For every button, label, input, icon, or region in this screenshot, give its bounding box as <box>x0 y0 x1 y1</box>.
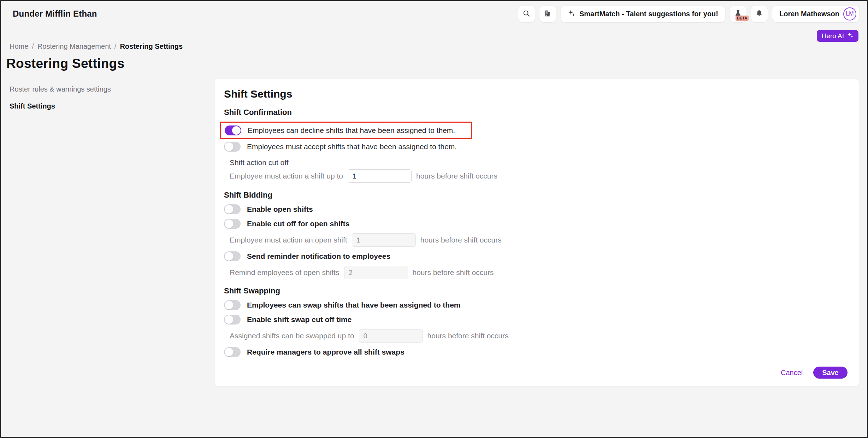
avatar: LM <box>843 7 856 21</box>
swap-cutoff-hours-input <box>359 329 423 343</box>
require-manager-approval-label: Require managers to approve all shift sw… <box>247 348 405 356</box>
reminder-hours-input <box>344 266 408 279</box>
swap-cutoff-toggle-row: Enable shift swap cut off time <box>224 315 849 325</box>
save-button[interactable]: Save <box>813 367 848 379</box>
enable-open-shifts-label: Enable open shifts <box>247 205 313 214</box>
sparkles-icon <box>568 9 575 19</box>
section-shift-swapping: Shift Swapping <box>224 286 849 296</box>
open-shift-cutoff-input <box>352 233 416 247</box>
company-title: Dunder Mifflin Ethan <box>13 9 97 19</box>
swap-cutoff-suffix-label: hours before shift occurs <box>427 332 509 340</box>
open-shift-cutoff-suffix-label: hours before shift occurs <box>420 236 502 244</box>
panel-title: Shift Settings <box>224 88 849 100</box>
section-shift-confirmation: Shift Confirmation <box>224 108 849 117</box>
beta-badge: BETA <box>736 16 749 21</box>
employees-can-swap-label: Employees can swap shifts that have been… <box>247 301 461 309</box>
section-shift-bidding: Shift Bidding <box>224 191 849 200</box>
require-manager-approval-toggle[interactable] <box>224 347 241 357</box>
shift-action-cutoff-heading: Shift action cut off <box>230 158 849 167</box>
panel-footer: Cancel Save <box>224 362 849 381</box>
shift-action-cutoff-input[interactable] <box>348 169 412 183</box>
content-area: Roster rules & warnings settings Shift S… <box>1 79 867 386</box>
sidebar-item-roster-rules[interactable]: Roster rules & warnings settings <box>10 85 201 93</box>
accept-shifts-label: Employees must accept shifts that have b… <box>247 142 457 151</box>
breadcrumb-current: Rostering Settings <box>120 42 183 51</box>
accept-shifts-toggle[interactable] <box>224 142 241 152</box>
swap-cutoff-toggle[interactable] <box>224 315 241 325</box>
hero-ai-sparkles-icon <box>847 32 854 40</box>
enable-open-shift-cutoff-toggle[interactable] <box>224 219 241 229</box>
search-icon <box>522 10 530 18</box>
breadcrumb-separator: / <box>114 42 117 51</box>
page-title: Rostering Settings <box>6 56 867 71</box>
decline-shifts-label: Employees can decline shifts that have b… <box>248 126 455 135</box>
smartmatch-button[interactable]: SmartMatch - Talent suggestions for you! <box>561 6 725 22</box>
breadcrumb-separator: / <box>32 42 34 51</box>
accept-toggle-row: Employees must accept shifts that have b… <box>224 142 849 152</box>
open-shift-cutoff-prefix-label: Employee must action an open shift <box>230 236 347 244</box>
reminder-toggle-row: Send reminder notification to employees <box>224 251 849 261</box>
shift-action-cutoff-row: Employee must action a shift up to hours… <box>230 169 849 183</box>
breadcrumb-rostering-management[interactable]: Rostering Management <box>37 42 111 51</box>
reminder-suffix-label: hours before shift occurs <box>413 268 494 277</box>
send-reminder-toggle[interactable] <box>224 251 241 261</box>
open-shift-cutoff-toggle-row: Enable cut off for open shifts <box>224 219 849 229</box>
bell-icon <box>755 10 763 18</box>
hero-ai-button[interactable]: Hero AI <box>817 30 858 42</box>
cutoff-suffix-label: hours before shift occurs <box>416 172 497 180</box>
hero-ai-row: Hero AI <box>1 27 867 42</box>
user-menu-button[interactable]: Loren Mathewson LM <box>772 6 859 22</box>
top-bar-actions: SmartMatch - Talent suggestions for you!… <box>518 6 859 22</box>
swap-cutoff-prefix-label: Assigned shifts can be swapped up to <box>230 332 354 340</box>
sidebar-item-shift-settings[interactable]: Shift Settings <box>10 102 201 110</box>
enable-open-shifts-toggle[interactable] <box>224 204 241 214</box>
organisation-button[interactable] <box>539 6 556 22</box>
hero-ai-label: Hero AI <box>822 32 844 40</box>
building-icon <box>544 10 551 18</box>
settings-sidebar: Roster rules & warnings settings Shift S… <box>1 79 215 119</box>
swap-toggle-row: Employees can swap shifts that have been… <box>224 300 849 310</box>
approval-toggle-row: Require managers to approve all shift sw… <box>224 347 849 357</box>
notifications-button[interactable] <box>751 6 768 22</box>
shift-settings-panel: Shift Settings Shift Confirmation Employ… <box>215 79 859 386</box>
beta-flask-button[interactable]: BETA <box>730 6 746 22</box>
app-window: Dunder Mifflin Ethan SmartMatch - Talent… <box>0 0 868 438</box>
decline-shifts-toggle[interactable] <box>225 125 241 135</box>
send-reminder-label: Send reminder notification to employees <box>247 252 390 261</box>
enable-open-shift-cutoff-label: Enable cut off for open shifts <box>247 220 350 228</box>
employees-can-swap-toggle[interactable] <box>224 300 241 310</box>
cancel-button[interactable]: Cancel <box>781 369 803 377</box>
open-shifts-toggle-row: Enable open shifts <box>224 204 849 214</box>
search-button[interactable] <box>518 6 535 22</box>
breadcrumb: Home / Rostering Management / Rostering … <box>1 42 867 51</box>
open-shift-cutoff-row: Employee must action an open shift hours… <box>230 233 849 247</box>
highlighted-decline-toggle-row: Employees can decline shifts that have b… <box>220 122 472 139</box>
top-bar: Dunder Mifflin Ethan SmartMatch - Talent… <box>1 1 867 27</box>
swap-cutoff-label: Enable shift swap cut off time <box>247 315 352 324</box>
breadcrumb-home[interactable]: Home <box>10 42 28 51</box>
cutoff-prefix-label: Employee must action a shift up to <box>230 172 343 180</box>
swap-cutoff-hours-row: Assigned shifts can be swapped up to hou… <box>230 329 849 343</box>
smartmatch-label: SmartMatch - Talent suggestions for you! <box>579 10 718 18</box>
reminder-prefix-label: Remind employees of open shifts <box>230 268 339 277</box>
reminder-hours-row: Remind employees of open shifts hours be… <box>230 266 849 279</box>
user-name: Loren Mathewson <box>779 10 839 18</box>
